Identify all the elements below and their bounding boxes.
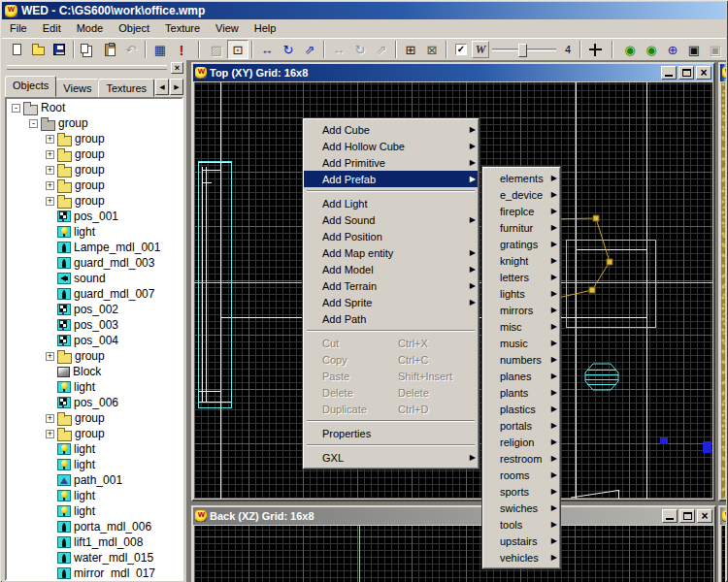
panel-close-button[interactable]: × xyxy=(171,62,183,74)
context-menu-item-add-model[interactable]: Add Model▶ xyxy=(304,261,478,277)
tree-item-light[interactable]: light xyxy=(7,224,182,240)
snap-settings-button[interactable]: ▦ xyxy=(149,40,171,59)
context-menu-item-add-position[interactable]: Add Position xyxy=(304,228,478,244)
tree-item-lampe-mdl-001[interactable]: Lampe_mdl_001 xyxy=(7,240,182,255)
prefab-submenu-item-furnitur[interactable]: furnitur▶ xyxy=(483,219,559,236)
tree-item-group[interactable]: +group xyxy=(7,131,182,146)
prefab-submenu-item-numbers[interactable]: numbers▶ xyxy=(483,351,559,368)
tab-views[interactable]: Views xyxy=(55,79,99,97)
menubar-item-object[interactable]: Object xyxy=(111,20,157,37)
undo-button[interactable]: ↶ xyxy=(120,40,142,59)
tree-item-light[interactable]: light xyxy=(7,457,182,472)
rotate-texture-button[interactable]: ↻ xyxy=(349,40,371,59)
paste-button[interactable] xyxy=(99,40,120,59)
context-menu-item-add-hollow-cube[interactable]: Add Hollow Cube▶ xyxy=(304,138,478,154)
tree-item-group[interactable]: +group xyxy=(7,410,182,426)
prefab-submenu-item-vehicles[interactable]: vehicles▶ xyxy=(483,549,559,566)
tree-item-group[interactable]: +group xyxy=(7,193,182,209)
prefab-submenu-item-music[interactable]: music▶ xyxy=(483,335,559,351)
prefab-submenu-item-knight[interactable]: knight▶ xyxy=(483,252,559,269)
prefab-submenu-item-rooms[interactable]: rooms▶ xyxy=(483,467,559,483)
tree-item-group[interactable]: +group xyxy=(7,178,182,193)
expand-icon[interactable]: + xyxy=(46,430,54,438)
pan-view-button[interactable] xyxy=(584,40,606,59)
prefab-submenu-item-plastics[interactable]: plastics▶ xyxy=(483,401,559,417)
menubar-item-help[interactable]: Help xyxy=(247,20,284,37)
camera-walk-button[interactable]: ▣ xyxy=(683,40,705,59)
entity-lock-button[interactable]: ▨ xyxy=(206,40,227,59)
tab-objects[interactable]: Objects xyxy=(5,76,56,97)
prefab-submenu-item-upstairs[interactable]: upstairs▶ xyxy=(483,533,559,549)
back-view-canvas[interactable] xyxy=(194,526,713,582)
tree-item-group[interactable]: +group xyxy=(7,146,182,162)
new-file-button[interactable] xyxy=(6,40,27,59)
add-object-button[interactable]: ⊞ xyxy=(400,40,421,59)
move-object-button[interactable]: ↔ xyxy=(256,40,278,59)
expand-icon[interactable]: + xyxy=(46,166,54,175)
side-view-canvas[interactable] xyxy=(721,82,725,499)
tree-item-group[interactable]: -group xyxy=(7,115,182,131)
prefab-submenu-item-letters[interactable]: letters▶ xyxy=(483,269,559,285)
tree-item-pos-003[interactable]: pos_003 xyxy=(7,317,182,333)
run-scope-button[interactable]: ◉ xyxy=(619,40,641,59)
close-button[interactable]: × xyxy=(697,509,712,523)
tree-item-pos-006[interactable]: pos_006 xyxy=(7,395,182,410)
context-menu-item-add-sprite[interactable]: Add Sprite▶ xyxy=(304,294,478,310)
context-menu-item-add-prefab[interactable]: Add Prefab▶ xyxy=(304,171,478,187)
snap-toggle-button[interactable]: ✓ xyxy=(450,40,472,59)
tree-item-mirror-mdl-017[interactable]: mirror_mdl_017 xyxy=(7,566,182,581)
tree-item-light[interactable]: light xyxy=(7,503,182,519)
tree-item-group[interactable]: +group xyxy=(7,162,182,178)
context-menu-item-add-primitive[interactable]: Add Primitive▶ xyxy=(304,154,478,171)
tree-item-guard-mdl-007[interactable]: guard_mdl_007 xyxy=(7,286,182,302)
open-file-button[interactable] xyxy=(27,40,49,59)
collapse-icon[interactable]: - xyxy=(29,119,38,128)
copy-button[interactable] xyxy=(78,40,99,59)
tree-item-light[interactable]: light xyxy=(7,488,182,503)
test-scope-button[interactable]: ◉ xyxy=(641,40,662,59)
prefab-submenu-item-religion[interactable]: religion▶ xyxy=(483,434,559,450)
menubar-item-edit[interactable]: Edit xyxy=(35,20,69,37)
zoom-button[interactable]: ⊕ xyxy=(662,40,683,59)
tree-item-porta-mdl-006[interactable]: porta_mdl_006 xyxy=(7,519,182,534)
close-button[interactable]: × xyxy=(696,66,711,80)
minimize-button[interactable] xyxy=(661,66,677,80)
expand-icon[interactable]: + xyxy=(46,181,54,190)
run-map-button[interactable]: ! xyxy=(171,40,192,59)
context-menu-item-add-map-entity[interactable]: Add Map entity▶ xyxy=(304,244,478,261)
prefab-submenu-item-tools[interactable]: tools▶ xyxy=(483,516,559,533)
maximize-button[interactable] xyxy=(679,509,695,523)
prefab-submenu-item-portals[interactable]: portals▶ xyxy=(483,417,559,434)
prefab-submenu-item-swiches[interactable]: swiches▶ xyxy=(483,500,559,516)
tree-item-block[interactable]: Block xyxy=(7,364,182,379)
expand-icon[interactable]: + xyxy=(46,197,54,206)
minimize-button[interactable] xyxy=(662,509,678,523)
prefab-submenu-item-gratings[interactable]: gratings▶ xyxy=(483,236,559,252)
panel-gripper[interactable]: × xyxy=(5,62,183,73)
context-menu-item-add-path[interactable]: Add Path xyxy=(304,310,478,327)
second-back-titlebar[interactable] xyxy=(720,507,726,525)
app-titlebar[interactable]: WED - C:\GS600\work\office.wmp xyxy=(2,2,726,19)
tab-scroll-left-button[interactable]: ◀ xyxy=(155,79,169,95)
tree-item-sound[interactable]: sound xyxy=(7,271,182,286)
maximize-button[interactable] xyxy=(678,66,694,80)
prefab-submenu-item-misc[interactable]: misc▶ xyxy=(483,318,559,335)
prefab-submenu-item-planes[interactable]: planes▶ xyxy=(483,368,559,384)
tree-item-light[interactable]: light xyxy=(7,441,182,457)
menubar-item-texture[interactable]: Texture xyxy=(157,20,208,37)
second-back-canvas[interactable] xyxy=(721,526,725,582)
expand-icon[interactable]: + xyxy=(46,135,54,144)
prefab-submenu-item-e-device[interactable]: e_device▶ xyxy=(483,186,559,203)
tree-item-path-001[interactable]: path_001 xyxy=(7,472,182,488)
menubar-item-file[interactable]: File xyxy=(2,20,35,37)
move-texture-button[interactable]: ↔ xyxy=(328,40,349,59)
scale-texture-button[interactable]: ⇗ xyxy=(371,40,392,59)
tree-item-pos-002[interactable]: pos_002 xyxy=(7,302,182,317)
tree-item-root[interactable]: -Root xyxy=(7,100,182,115)
remove-object-button[interactable]: ⊠ xyxy=(421,40,443,59)
prefab-submenu-item-lights[interactable]: lights▶ xyxy=(483,285,559,302)
context-menu-item-gxl[interactable]: GXL▶ xyxy=(304,449,478,466)
menubar-item-mode[interactable]: Mode xyxy=(69,20,112,37)
tree-item-guard-mdl-003[interactable]: guard_mdl_003 xyxy=(7,255,182,271)
wireframe-toggle-button[interactable]: W xyxy=(472,41,489,58)
